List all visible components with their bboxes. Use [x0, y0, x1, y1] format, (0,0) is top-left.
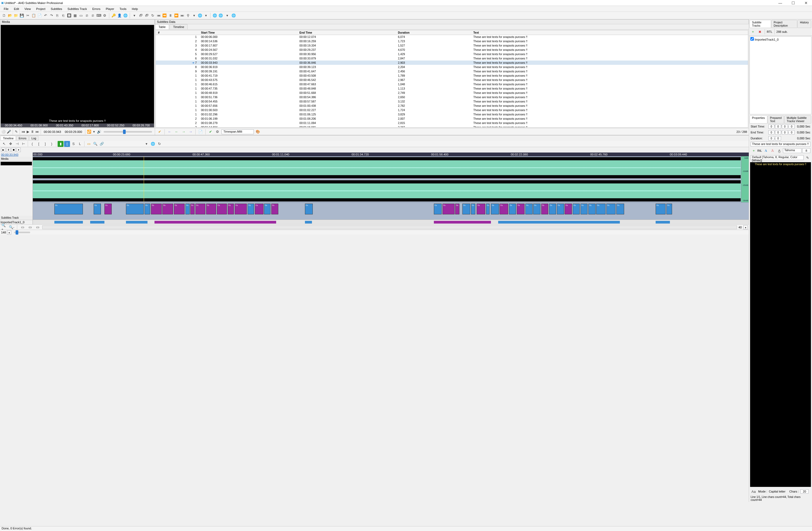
toolbar-button[interactable]: 🌐 [218, 13, 224, 18]
subtitle-block[interactable]: Th [549, 204, 556, 215]
view1-icon[interactable]: ▮ [58, 141, 63, 147]
subtitle-block[interactable]: Th [588, 204, 596, 215]
toolbar-button[interactable]: ⏮ [156, 13, 161, 18]
mode-combo[interactable]: Capital letter [769, 490, 788, 493]
subtitle-block[interactable]: Th [606, 204, 616, 215]
font-size-input[interactable] [802, 148, 810, 153]
subtitle-block[interactable]: Th [499, 204, 508, 215]
toolbar-button[interactable]: 🌐 [197, 13, 203, 18]
globe-icon[interactable]: 🌐 [231, 13, 236, 18]
toolbar-button[interactable]: ⎘ [54, 13, 60, 18]
subtitle-block[interactable]: Th [255, 204, 263, 215]
bold-icon[interactable]: 𝐀 [763, 148, 769, 153]
table-row[interactable]: 100:01:02.29600:01:06.1253,829These are … [156, 112, 748, 117]
subtitle-block[interactable]: Th [228, 204, 234, 215]
palette-icon[interactable]: 🎨 [255, 129, 261, 135]
track-item[interactable]: ImportedTrack1_0 [750, 38, 779, 41]
subtitle-block[interactable]: Th [54, 204, 83, 215]
volume-slider[interactable] [104, 131, 152, 133]
column-header[interactable]: Duration [396, 30, 471, 35]
arrow-right-icon[interactable]: → [188, 129, 193, 135]
delete-track-icon[interactable]: ✖ [757, 29, 763, 35]
zoom-in-icon[interactable]: 🔍+ [1, 224, 7, 230]
tab-timeline[interactable]: Timeline [170, 24, 188, 29]
dropdown-icon[interactable]: ▾ [224, 13, 230, 18]
subtitle-block[interactable]: Th [145, 204, 150, 215]
table-row[interactable]: ➔ 700:00:33.94300:00:36.8462,903These ar… [156, 60, 748, 65]
tab-table[interactable]: Table [155, 24, 169, 29]
default-style-combo[interactable]: Default [Tahoma, 8, Regular, Color [Whit… [751, 155, 804, 160]
toolbar-button[interactable]: 📁 [13, 13, 19, 18]
menu-errors[interactable]: Errors [90, 7, 103, 11]
subtitle-block[interactable]: Th [491, 204, 499, 215]
table-row[interactable]: 100:00:57.65600:01:00.4382,782These are … [156, 104, 748, 108]
subtitle-block[interactable]: Th [271, 204, 278, 215]
globe-icon[interactable]: 🌐 [150, 141, 156, 147]
accept-icon[interactable]: ✔ [207, 129, 214, 135]
arrow-right2-icon[interactable]: → [180, 129, 187, 135]
start-time-input[interactable]: ::. [768, 124, 795, 129]
table-row[interactable]: 100:01:00.50300:01:02.2271,724These are … [156, 108, 748, 112]
toolbar-button[interactable]: ▭ [78, 13, 84, 18]
subtitle-text-input[interactable]: These are test texts for snapsots purose… [751, 142, 810, 147]
zoom-slider[interactable] [14, 232, 30, 233]
subtitle-block[interactable]: Th [455, 204, 460, 215]
table-row[interactable]: 500:00:29.52700:00:30.9561,429These are … [156, 52, 748, 56]
record-icon[interactable]: ⚪ [1, 129, 6, 135]
toolbar-button[interactable]: ✂ [25, 13, 31, 18]
hand-icon[interactable]: ⊣ [14, 141, 20, 147]
tl-rec-button[interactable]: ● [16, 148, 21, 152]
dropdown-icon[interactable]: ▾ [131, 13, 137, 18]
toolbar-button[interactable]: 🌐 [212, 13, 218, 18]
subtitle-block[interactable]: Th [486, 204, 490, 215]
table-row[interactable]: 200:01:06.19900:01:08.2062,007These are … [156, 117, 748, 121]
table-row[interactable]: 400:00:24.56700:00:29.2374,670These are … [156, 48, 748, 52]
h-scrollbar[interactable] [42, 225, 737, 229]
menu-project[interactable]: Project [34, 7, 47, 11]
subtitle-block[interactable]: Th [305, 204, 313, 215]
tab-subtitle-tracks[interactable]: Subtitle Tracks [750, 20, 771, 28]
subtitle-block[interactable]: Th [174, 204, 185, 215]
maximize-button[interactable]: ☐ [788, 1, 798, 5]
menu-tools[interactable]: Tools [117, 7, 129, 11]
subtitle-block[interactable]: Th [217, 204, 227, 215]
tab-log[interactable]: Log [29, 136, 39, 141]
end-time-input[interactable]: ::. [768, 130, 795, 134]
view2-icon[interactable]: ▯ [64, 141, 70, 147]
tl-play-button[interactable]: ▶ [1, 148, 5, 152]
arrow-left2-icon[interactable]: ← [174, 129, 179, 135]
pointer-icon[interactable]: ✥ [8, 141, 13, 147]
subtitle-block[interactable]: Th [162, 204, 173, 215]
subtitle-block[interactable]: Th [656, 204, 666, 215]
toolbar-button[interactable]: ▾ [191, 13, 197, 18]
toolbar-button[interactable]: ↻ [150, 13, 156, 18]
toolbar-button[interactable]: 📋 [31, 13, 37, 18]
duration-input[interactable]: . [768, 136, 781, 141]
pause-button[interactable]: ⏸ [30, 129, 34, 135]
tab-prepared-text[interactable]: Prepared Text [768, 115, 784, 123]
table-row[interactable]: 100:00:51.73600:00:54.3862,650These are … [156, 95, 748, 99]
waveform[interactable]: 0dB -10dB -20dB -30dB [33, 156, 749, 202]
toolbar-button[interactable]: ⏸ [168, 13, 173, 18]
video-preview[interactable]: These are test texts for snapsots purose… [1, 25, 154, 128]
table-row[interactable]: 100:00:41.71900:00:43.5081,789These are … [156, 73, 748, 78]
next-button[interactable]: ⏭ [35, 129, 39, 135]
tab-project-desc[interactable]: Project Description [771, 20, 797, 28]
tab-errors[interactable]: Errors [16, 136, 29, 141]
toolbar-button[interactable]: ⚙ [102, 13, 108, 18]
toolbar-button[interactable]: ⎚ [84, 13, 90, 18]
subtitle-block[interactable]: Th [264, 204, 271, 215]
subtitle-block[interactable]: Th [443, 204, 454, 215]
toolbar-button[interactable]: ↷ [48, 13, 54, 18]
track-checkbox[interactable] [750, 37, 754, 41]
subtitle-block[interactable]: Th [104, 204, 112, 215]
subtitle-block[interactable]: Th [94, 204, 101, 215]
tab-timeline-lower[interactable]: Timeline [1, 136, 16, 141]
minimap[interactable] [33, 220, 749, 224]
cog-icon[interactable]: ⚙ [215, 129, 220, 135]
subtitle-block[interactable]: Th [533, 204, 540, 215]
edit-icon[interactable]: ✎ [14, 129, 18, 135]
arrow-left-icon[interactable]: ← [166, 129, 173, 135]
table-row[interactable]: 600:00:31.03200:00:33.8792,847These are … [156, 56, 748, 60]
toolbar-button[interactable]: 🌐 [122, 13, 128, 18]
